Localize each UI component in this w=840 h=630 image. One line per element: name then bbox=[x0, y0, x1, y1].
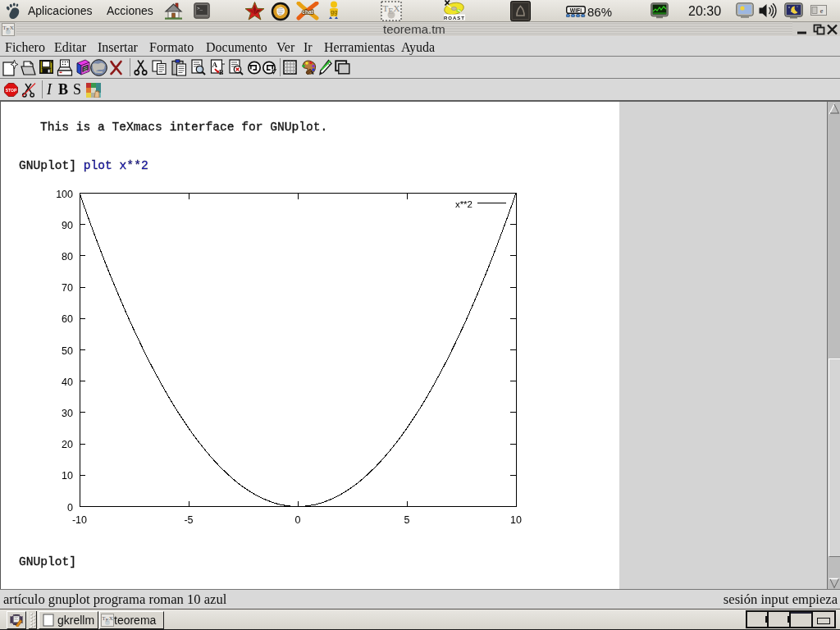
svg-text:50: 50 bbox=[62, 345, 73, 357]
svg-text:90: 90 bbox=[62, 220, 73, 231]
svg-text:WiFi: WiFi bbox=[570, 7, 582, 13]
svg-text:gg: gg bbox=[331, 9, 338, 16]
svg-text:>_: >_ bbox=[197, 6, 203, 11]
svg-text:chat: chat bbox=[302, 9, 313, 15]
svg-text:5: 5 bbox=[404, 514, 410, 526]
svg-text:STOP: STOP bbox=[6, 88, 17, 93]
svg-text:10: 10 bbox=[510, 514, 522, 526]
svg-text:B: B bbox=[219, 69, 224, 76]
svg-text:x**2: x**2 bbox=[455, 199, 472, 209]
svg-text:10: 10 bbox=[62, 470, 73, 482]
svg-text:e: e bbox=[820, 7, 824, 15]
svg-text:100: 100 bbox=[56, 189, 73, 200]
svg-text:80: 80 bbox=[62, 251, 73, 262]
svg-text:0: 0 bbox=[295, 514, 301, 526]
svg-text:ROAST: ROAST bbox=[444, 16, 465, 21]
svg-text:-10: -10 bbox=[72, 514, 87, 526]
svg-text:40: 40 bbox=[62, 377, 73, 388]
svg-text:0: 0 bbox=[67, 502, 73, 514]
svg-text:-5: -5 bbox=[184, 514, 193, 526]
svg-text:20: 20 bbox=[62, 439, 73, 450]
svg-text:60: 60 bbox=[62, 313, 73, 325]
svg-text:A: A bbox=[212, 61, 218, 69]
svg-text:30: 30 bbox=[62, 408, 73, 419]
svg-text:70: 70 bbox=[62, 282, 73, 294]
